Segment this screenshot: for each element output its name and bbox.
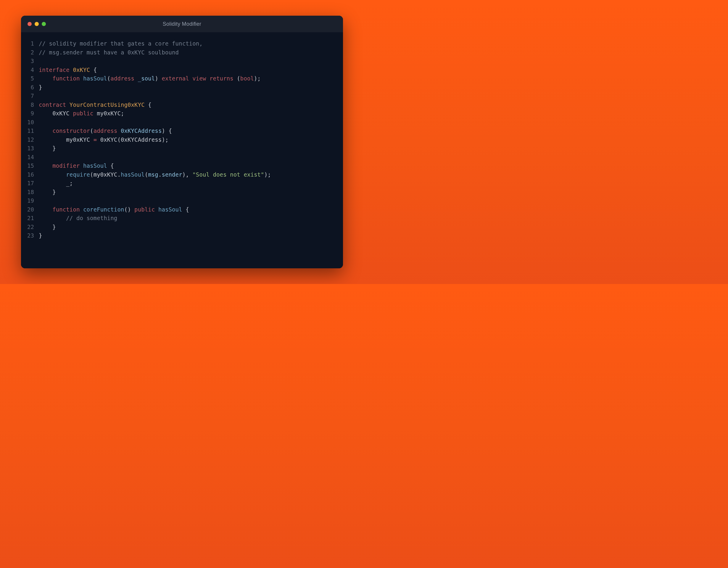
line-number: 2 xyxy=(26,48,34,57)
token: ) xyxy=(155,75,162,82)
line-number: 6 xyxy=(26,83,34,92)
token: // solidity modifier that gates a core f… xyxy=(39,40,203,47)
code-line: // do something xyxy=(39,214,335,223)
token: ( xyxy=(90,128,94,134)
token: ), xyxy=(182,171,193,178)
line-number: 23 xyxy=(26,231,34,240)
token: function xyxy=(52,75,83,82)
token: () xyxy=(124,206,134,213)
line-number: 7 xyxy=(26,92,34,101)
token xyxy=(39,163,52,169)
code-line xyxy=(39,118,335,127)
code-line: interface 0xKYC { xyxy=(39,66,335,75)
token: external view returns xyxy=(162,75,233,82)
line-number: 18 xyxy=(26,188,34,197)
code-line: } xyxy=(39,83,335,92)
token xyxy=(39,180,66,186)
token xyxy=(39,128,52,134)
code-line: function coreFunction() public hasSoul { xyxy=(39,205,335,214)
code-line: // solidity modifier that gates a core f… xyxy=(39,39,335,48)
line-number: 19 xyxy=(26,197,34,205)
token xyxy=(39,75,52,82)
token: } xyxy=(39,224,56,230)
line-number: 12 xyxy=(26,136,34,144)
token: public xyxy=(134,206,155,213)
token xyxy=(134,75,138,82)
token: // msg.sender must have a 0xKYC soulboun… xyxy=(39,49,179,56)
code-line: _; xyxy=(39,179,335,188)
token: msg xyxy=(148,171,158,178)
token: 0xKYC xyxy=(73,67,90,73)
token: ( xyxy=(145,171,148,178)
token: } xyxy=(39,84,42,91)
line-number: 21 xyxy=(26,214,34,223)
token: (my0xKYC. xyxy=(90,171,121,178)
line-number: 14 xyxy=(26,153,34,162)
traffic-lights xyxy=(28,22,46,26)
token xyxy=(39,215,66,221)
token: _ xyxy=(66,180,70,186)
line-number: 8 xyxy=(26,101,34,110)
token: public xyxy=(73,110,93,117)
token: my0xKYC xyxy=(39,136,94,143)
line-number: 16 xyxy=(26,171,34,179)
token: ; xyxy=(121,110,124,117)
token xyxy=(39,171,66,178)
code-lines: // solidity modifier that gates a core f… xyxy=(39,39,335,261)
token: ); xyxy=(254,75,261,82)
code-line: } xyxy=(39,144,335,153)
token: } xyxy=(39,232,42,239)
token: 0xKYC(0xKYCAddress); xyxy=(97,136,168,143)
window-header: Solidity Modifier xyxy=(21,16,343,32)
line-number: 20 xyxy=(26,205,34,214)
token: bool xyxy=(240,75,254,82)
code-line: require(my0xKYC.hasSoul(msg.sender), "So… xyxy=(39,171,335,179)
token: hasSoul xyxy=(158,206,182,213)
window-title: Solidity Modifier xyxy=(163,21,201,27)
token: . xyxy=(158,171,162,178)
token: constructor xyxy=(52,128,90,134)
token: // do something xyxy=(66,215,117,221)
token: { xyxy=(145,102,152,108)
minimize-icon[interactable] xyxy=(35,22,39,26)
code-line: function hasSoul(address _soul) external… xyxy=(39,74,335,83)
zoom-icon[interactable] xyxy=(42,22,46,26)
token: ; xyxy=(70,180,73,186)
code-line: } xyxy=(39,188,335,197)
token: my0xKYC xyxy=(97,110,121,117)
code-area: 1234567891011121314151617181920212223 //… xyxy=(21,32,343,268)
code-line: constructor(address 0xKYCAddress) { xyxy=(39,127,335,136)
token: } xyxy=(39,189,56,195)
token xyxy=(94,110,97,117)
token: ); xyxy=(264,171,271,178)
token: address xyxy=(94,128,117,134)
token xyxy=(117,128,121,134)
token: 0xKYCAddress xyxy=(121,128,162,134)
token: interface xyxy=(39,67,73,73)
code-line: contract YourContractUsing0xKYC { xyxy=(39,101,335,110)
token: { xyxy=(182,206,189,213)
token: "Soul does not exist" xyxy=(192,171,264,178)
token: = xyxy=(94,136,97,143)
close-icon[interactable] xyxy=(28,22,32,26)
code-line: // msg.sender must have a 0xKYC soulboun… xyxy=(39,48,335,57)
token: modifier xyxy=(52,163,83,169)
line-number: 17 xyxy=(26,179,34,188)
token: require xyxy=(66,171,90,178)
code-line: } xyxy=(39,223,335,232)
token: ( xyxy=(233,75,240,82)
token xyxy=(155,206,158,213)
line-number: 11 xyxy=(26,127,34,136)
line-number: 10 xyxy=(26,118,34,127)
token: sender xyxy=(162,171,182,178)
line-number: 1 xyxy=(26,39,34,48)
code-line: my0xKYC = 0xKYC(0xKYCAddress); xyxy=(39,136,335,144)
token: YourContractUsing0xKYC xyxy=(70,102,145,108)
line-number: 3 xyxy=(26,57,34,66)
line-number: 5 xyxy=(26,74,34,83)
token: } xyxy=(39,145,56,152)
token: { xyxy=(90,67,97,73)
token: hasSoul xyxy=(83,75,107,82)
code-line: } xyxy=(39,231,335,240)
code-line: modifier hasSoul { xyxy=(39,162,335,171)
